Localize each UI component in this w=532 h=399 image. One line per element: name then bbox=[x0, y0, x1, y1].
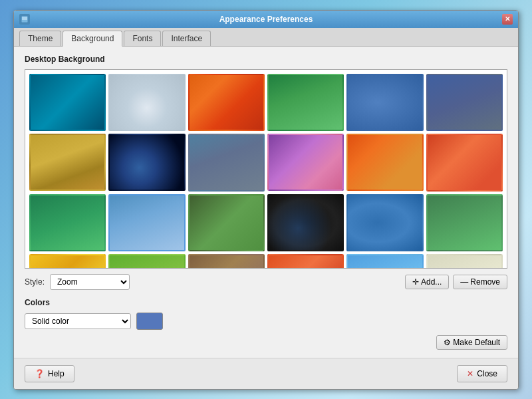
wallpaper-item[interactable] bbox=[188, 74, 265, 132]
wallpaper-item[interactable] bbox=[108, 134, 185, 191]
main-content: Desktop Background bbox=[14, 47, 518, 358]
close-icon: ✕ bbox=[467, 369, 473, 378]
style-label: Style: bbox=[25, 277, 45, 287]
wallpaper-item[interactable] bbox=[188, 134, 265, 192]
close-label: Close bbox=[477, 369, 497, 378]
wallpaper-item[interactable] bbox=[188, 254, 265, 269]
svg-rect-1 bbox=[22, 17, 27, 20]
help-icon: ❓ bbox=[35, 369, 45, 378]
window-icon bbox=[19, 14, 30, 25]
help-button[interactable]: ❓ Help bbox=[25, 365, 74, 382]
remove-icon: — bbox=[460, 277, 468, 287]
colors-section: Colors Solid color Horizontal gradient V… bbox=[25, 298, 507, 330]
wallpaper-item[interactable] bbox=[426, 254, 503, 269]
tab-theme[interactable]: Theme bbox=[19, 31, 61, 46]
close-button[interactable]: ✕ Close bbox=[457, 365, 507, 382]
wallpaper-item[interactable] bbox=[426, 194, 503, 252]
wallpaper-item[interactable] bbox=[426, 134, 503, 192]
colors-row: Solid color Horizontal gradient Vertical… bbox=[25, 313, 507, 330]
wallpaper-grid bbox=[25, 70, 507, 269]
tab-background[interactable]: Background bbox=[63, 31, 122, 47]
help-label: Help bbox=[48, 369, 65, 378]
make-default-label: Make Default bbox=[453, 338, 500, 347]
wallpaper-item[interactable] bbox=[346, 134, 423, 191]
add-button[interactable]: ✛ Add... bbox=[405, 275, 449, 289]
section-title: Desktop Background bbox=[25, 55, 507, 64]
make-default-row: ⚙ Make Default bbox=[25, 335, 507, 350]
make-default-icon: ⚙ bbox=[444, 338, 451, 347]
wallpaper-item[interactable] bbox=[108, 254, 185, 269]
style-row: Style: Zoom Centered Scaled Stretched Wa… bbox=[25, 274, 507, 290]
tab-interface[interactable]: Interface bbox=[162, 31, 211, 46]
wallpaper-item[interactable] bbox=[29, 254, 106, 269]
style-select[interactable]: Zoom Centered Scaled Stretched Wallpaper… bbox=[50, 274, 130, 290]
tab-fonts[interactable]: Fonts bbox=[124, 31, 161, 46]
wallpaper-item[interactable] bbox=[267, 194, 344, 251]
wallpaper-item[interactable] bbox=[267, 134, 344, 191]
wallpaper-item[interactable] bbox=[426, 74, 503, 132]
wallpaper-item[interactable] bbox=[267, 254, 344, 269]
wallpaper-item-selected[interactable] bbox=[108, 194, 185, 251]
make-default-button[interactable]: ⚙ Make Default bbox=[436, 335, 507, 350]
wallpaper-grid-container[interactable] bbox=[25, 69, 507, 269]
wallpaper-item[interactable] bbox=[346, 74, 423, 131]
appearance-preferences-window: Appearance Preferences ✕ Theme Backgroun… bbox=[13, 10, 519, 390]
tab-bar: Theme Background Fonts Interface bbox=[14, 28, 518, 47]
wallpaper-item[interactable] bbox=[29, 194, 106, 251]
add-remove-row: ✛ Add... — Remove bbox=[405, 275, 507, 289]
colors-section-title: Colors bbox=[25, 298, 507, 307]
wallpaper-item[interactable] bbox=[29, 134, 106, 191]
remove-label: Remove bbox=[470, 277, 500, 287]
titlebar: Appearance Preferences ✕ bbox=[14, 11, 518, 28]
wallpaper-item[interactable] bbox=[108, 74, 185, 131]
window-title: Appearance Preferences bbox=[30, 15, 502, 24]
bottom-bar: ❓ Help ✕ Close bbox=[14, 358, 518, 389]
wallpaper-item[interactable] bbox=[267, 74, 344, 131]
wallpaper-item[interactable] bbox=[188, 194, 265, 252]
wallpaper-item[interactable] bbox=[346, 254, 423, 269]
color-swatch[interactable] bbox=[136, 313, 163, 330]
add-label: Add... bbox=[421, 277, 442, 287]
wallpaper-item[interactable] bbox=[29, 74, 106, 131]
colors-type-select[interactable]: Solid color Horizontal gradient Vertical… bbox=[25, 313, 131, 329]
wallpaper-item[interactable] bbox=[346, 194, 423, 251]
window-close-button[interactable]: ✕ bbox=[502, 14, 513, 25]
add-icon: ✛ bbox=[412, 277, 419, 287]
remove-button[interactable]: — Remove bbox=[453, 275, 507, 289]
